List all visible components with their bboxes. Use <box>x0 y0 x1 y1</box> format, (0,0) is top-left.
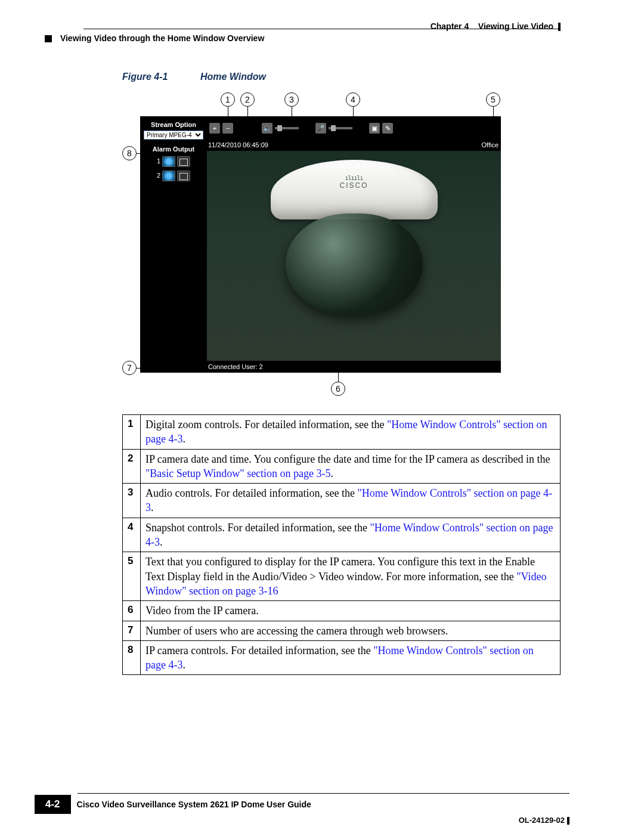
figure-title: Home Window <box>200 72 266 82</box>
table-row: 2IP camera date and time. You configure … <box>123 449 561 484</box>
page-number-badge: 4-2 <box>35 795 71 814</box>
figure-caption: Figure 4-1 Home Window <box>122 72 266 82</box>
callout-7: 7 <box>122 361 137 375</box>
camera-dome-glass <box>286 213 423 315</box>
stream-option-select[interactable]: Primary MPEG-4 <box>144 131 203 140</box>
alarm-on-button[interactable] <box>162 156 175 167</box>
table-row: 6Video from the IP camera. <box>123 601 561 621</box>
alarm-on-button[interactable] <box>162 171 175 181</box>
alarm-row-num: 1 <box>157 157 160 165</box>
section-title: Viewing Video through the Home Window Ov… <box>60 33 264 43</box>
speaker-icon[interactable]: 🔈 <box>262 123 273 134</box>
table-row: 1Digital zoom controls. For detailed inf… <box>123 415 561 450</box>
video-panel: + − 🔈 🎤 ▣ ✎ 11/24/2010 06:45:09 Office ı <box>207 116 501 373</box>
camera-dome-base <box>271 160 438 219</box>
row-description: Video from the IP camera. <box>141 601 561 621</box>
row-number: 1 <box>123 415 141 450</box>
chapter-label: Chapter 4 <box>431 21 469 31</box>
connected-user-count: Connected User: 2 <box>208 363 263 370</box>
video-feed: ılıılı CISCO <box>207 151 501 361</box>
toolbar: + − 🔈 🎤 ▣ ✎ <box>207 116 501 140</box>
video-area: 11/24/2010 06:45:09 Office ılıılı CISCO … <box>207 140 501 373</box>
video-timestamp: 11/24/2010 06:45:09 <box>208 141 268 148</box>
footer-rule <box>78 793 569 794</box>
row-description: Text that you configured to display for … <box>141 552 561 601</box>
callout-2: 2 <box>240 92 255 107</box>
alarm-row-num: 2 <box>157 172 160 179</box>
table-row: 5Text that you configured to display for… <box>123 552 561 601</box>
row-number: 7 <box>123 621 141 640</box>
header-bar-end <box>558 23 561 31</box>
row-description: Snapshot controls. For detailed informat… <box>141 518 561 552</box>
alarm-off-button[interactable] <box>177 171 190 181</box>
callout-5: 5 <box>486 92 500 107</box>
alarm-row-1: 1 <box>140 156 207 167</box>
table-row: 8IP camera controls. For detailed inform… <box>123 640 561 675</box>
row-description: Number of users who are accessing the ca… <box>141 621 561 640</box>
row-number: 3 <box>123 484 141 518</box>
video-location-label: Office <box>481 141 499 148</box>
figure-label: Figure 4-1 <box>122 72 168 82</box>
cisco-logo-text: CISCO <box>339 181 368 190</box>
speaker-slider[interactable] <box>275 127 299 129</box>
row-description: Digital zoom controls. For detailed info… <box>141 415 561 450</box>
figure: 1 2 3 4 5 6 7 8 Stream Option Primary MP… <box>122 86 504 402</box>
page-footer: 4-2 Cisco Video Surveillance System 2621… <box>35 793 569 814</box>
save-icon[interactable]: ✎ <box>382 123 393 134</box>
callout-8: 8 <box>122 146 137 160</box>
row-description: IP camera date and time. You configure t… <box>141 449 561 484</box>
row-number: 2 <box>123 449 141 484</box>
footer-doc-id: OL-24129-02 <box>519 816 569 825</box>
row-number: 5 <box>123 552 141 601</box>
camera-home-window: Stream Option Primary MPEG-4 Alarm Outpu… <box>140 116 501 373</box>
table-row: 4Snapshot controls. For detailed informa… <box>123 518 561 552</box>
snapshot-icon[interactable]: ▣ <box>369 123 380 134</box>
section-header: Viewing Video through the Home Window Ov… <box>45 33 264 43</box>
table-row: 7Number of users who are accessing the c… <box>123 621 561 640</box>
table-row: 3Audio controls. For detailed informatio… <box>123 484 561 518</box>
callout-3: 3 <box>284 92 299 107</box>
figure-key-table-el: 1Digital zoom controls. For detailed inf… <box>122 414 561 675</box>
zoom-in-icon[interactable]: + <box>209 123 220 134</box>
cisco-logo-bars: ılıılı <box>339 175 368 181</box>
footer-guide-title: Cisco Video Surveillance System 2621 IP … <box>77 800 311 809</box>
row-description: IP camera controls. For detailed informa… <box>141 640 561 675</box>
chapter-header: Chapter 4 Viewing Live Video <box>431 21 561 31</box>
camera-controls-panel: Stream Option Primary MPEG-4 Alarm Outpu… <box>140 116 207 373</box>
alarm-row-2: 2 <box>140 171 207 181</box>
callout-4: 4 <box>346 92 360 107</box>
callout-6: 6 <box>331 382 345 396</box>
row-description: Audio controls. For detailed information… <box>141 484 561 518</box>
row-number: 8 <box>123 640 141 675</box>
mic-icon[interactable]: 🎤 <box>315 123 326 134</box>
cisco-logo: ılıılı CISCO <box>339 175 368 190</box>
chapter-title: Viewing Live Video <box>478 21 553 31</box>
alarm-output-label: Alarm Output <box>140 145 207 153</box>
row-number: 6 <box>123 601 141 621</box>
zoom-out-icon[interactable]: − <box>222 123 233 134</box>
mic-slider[interactable] <box>329 127 352 129</box>
figure-key-table: 1Digital zoom controls. For detailed inf… <box>122 414 561 675</box>
callout-1: 1 <box>221 92 235 107</box>
footer-bar-end <box>567 817 569 825</box>
section-bullet-icon <box>45 35 52 42</box>
stream-option-label: Stream Option <box>140 121 207 128</box>
cross-reference-link[interactable]: "Basic Setup Window" section on page 3-5 <box>145 467 331 479</box>
alarm-off-button[interactable] <box>177 156 190 167</box>
header-rule <box>83 29 561 29</box>
row-number: 4 <box>123 518 141 552</box>
